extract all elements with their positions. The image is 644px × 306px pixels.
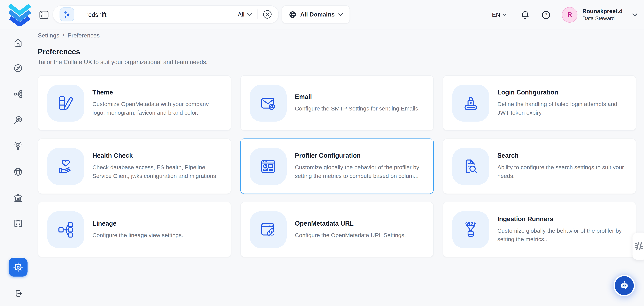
card-title: Email	[295, 93, 420, 100]
card-theme[interactable]: Theme Customize OpenMetadata with your c…	[38, 75, 231, 131]
card-description: Configure the SMTP Settings for sending …	[295, 104, 420, 113]
logout-icon[interactable]	[13, 288, 23, 298]
card-body: Lineage Configure the lineage view setti…	[92, 220, 183, 239]
card-health-check[interactable]: Health Check Check database access, ES h…	[38, 139, 231, 194]
sidebar-item-govern-icon[interactable]	[13, 193, 23, 203]
page-subtitle: Tailor the Collate UX to suit your organ…	[38, 59, 208, 65]
profile-chevron-down-icon[interactable]	[632, 13, 638, 17]
card-login-configuration[interactable]: Login Configuration Define the handling …	[443, 75, 636, 131]
card-body: Search Ability to configure the search s…	[498, 152, 626, 180]
card-title: Profiler Configuration	[295, 152, 424, 159]
clear-search-icon[interactable]	[263, 10, 272, 19]
card-search[interactable]: Search Ability to configure the search s…	[443, 139, 636, 194]
preferences-card-grid: Theme Customize OpenMetadata with your c…	[38, 75, 636, 257]
breadcrumb-settings[interactable]: Settings	[38, 32, 59, 39]
card-body: Theme Customize OpenMetadata with your c…	[92, 89, 221, 117]
card-body: Ingestion Runners Customize globally the…	[498, 215, 626, 244]
gear-icon	[13, 262, 24, 272]
topbar-right-cluster: EN ? R Rounakpreet.d Data Steward	[492, 0, 638, 30]
search-divider	[80, 10, 80, 19]
sidebar-item-domains-icon[interactable]	[13, 167, 23, 177]
card-openmetadata-url[interactable]: OpenMetadata URL Configure the OpenMetad…	[240, 202, 434, 257]
profiler-dashboard-icon	[250, 148, 287, 185]
browser-link-icon	[250, 211, 287, 248]
document-search-icon	[452, 148, 489, 185]
sidebar-item-glossary-icon[interactable]	[13, 219, 23, 228]
card-title: Health Check	[92, 152, 221, 159]
domains-filter-button[interactable]: All Domains	[282, 5, 350, 23]
lineage-graph-icon	[47, 211, 84, 248]
chevron-down-icon	[247, 13, 252, 16]
user-avatar[interactable]: R	[562, 7, 578, 23]
svg-text:?: ?	[544, 12, 547, 17]
sidebar-item-lineage-icon[interactable]	[13, 89, 23, 99]
lock-icon	[452, 84, 489, 121]
language-dropdown[interactable]: EN	[492, 12, 507, 18]
card-title: Theme	[92, 89, 221, 96]
breadcrumb-separator: /	[62, 32, 64, 39]
card-description: Customize globally the behavior of the p…	[498, 226, 626, 244]
card-description: Configure the OpenMetadata URL Settings.	[295, 231, 406, 239]
funnel-database-icon	[452, 211, 489, 248]
domains-filter-label: All Domains	[300, 11, 335, 18]
help-icon[interactable]: ?	[542, 11, 550, 19]
card-description: Customize globally the behavior of the p…	[295, 163, 424, 180]
sidebar-divider	[7, 255, 29, 255]
user-role: Data Steward	[582, 15, 623, 22]
card-lineage[interactable]: Lineage Configure the lineage view setti…	[38, 202, 231, 257]
card-email[interactable]: Email Configure the SMTP Settings for se…	[240, 75, 434, 131]
search-scope-dropdown[interactable]: All	[238, 11, 252, 18]
card-description: Ability to configure the search settings…	[498, 163, 626, 180]
sidebar-item-insights-icon[interactable]	[13, 141, 23, 151]
language-label: EN	[492, 12, 500, 18]
card-title: Login Configuration	[498, 89, 626, 96]
breadcrumb: Settings / Preferences	[38, 32, 100, 39]
sidebar-item-explore-icon[interactable]	[13, 63, 23, 73]
avatar-initial: R	[567, 11, 572, 19]
card-title: Lineage	[92, 220, 183, 227]
card-description: Customize OpenMetadata with your company…	[92, 100, 221, 117]
sidebar-item-discovery-icon[interactable]	[13, 115, 23, 125]
hand-heart-icon	[47, 148, 84, 185]
search-input[interactable]	[86, 11, 238, 18]
search-divider	[257, 10, 258, 19]
sidebar-bottom	[0, 255, 36, 306]
card-body: Email Configure the SMTP Settings for se…	[295, 93, 420, 113]
page-title: Preferences	[38, 48, 80, 56]
sidebar-item-home-icon[interactable]	[13, 38, 23, 47]
chevron-down-icon	[503, 14, 507, 16]
email-at-icon	[250, 84, 287, 121]
card-body: Login Configuration Define the handling …	[498, 89, 626, 117]
app-root: All All Domains EN	[0, 0, 644, 306]
notifications-bell-icon[interactable]	[521, 10, 530, 20]
card-description: Configure the lineage view settings.	[92, 231, 183, 239]
user-meta[interactable]: Rounakpreet.d Data Steward	[582, 8, 623, 22]
breadcrumb-current: Preferences	[68, 32, 100, 39]
search-scope-label: All	[238, 11, 244, 18]
chevron-down-icon	[338, 13, 343, 16]
global-search-bar[interactable]: All	[52, 5, 279, 23]
sidebar-nav	[13, 30, 23, 228]
card-body: Health Check Check database access, ES h…	[92, 152, 221, 180]
top-bar: All All Domains EN	[0, 0, 644, 30]
robot-icon	[618, 279, 630, 292]
help-widget-edge-tab[interactable]	[632, 233, 644, 260]
card-title: Search	[498, 152, 626, 159]
user-name: Rounakpreet.d	[582, 8, 623, 15]
card-profiler-configuration[interactable]: Profiler Configuration Customize globall…	[240, 139, 434, 194]
card-body: Profiler Configuration Customize globall…	[295, 152, 424, 180]
card-title: OpenMetadata URL	[295, 220, 406, 227]
widget-glyph-icon	[635, 241, 643, 251]
globe-icon	[289, 11, 296, 18]
left-sidebar	[0, 30, 36, 306]
palette-icon	[47, 84, 84, 121]
ai-sparkles-icon[interactable]	[60, 7, 74, 21]
card-ingestion-runners[interactable]: Ingestion Runners Customize globally the…	[443, 202, 636, 257]
card-title: Ingestion Runners	[498, 215, 626, 223]
collate-logo-icon[interactable]	[8, 4, 31, 26]
card-body: OpenMetadata URL Configure the OpenMetad…	[295, 220, 406, 239]
card-description: Check database access, ES health, Pipeli…	[92, 163, 221, 180]
chat-bot-button[interactable]	[614, 275, 635, 296]
sidebar-toggle-icon[interactable]	[39, 11, 48, 19]
sidebar-item-settings[interactable]	[9, 258, 28, 276]
